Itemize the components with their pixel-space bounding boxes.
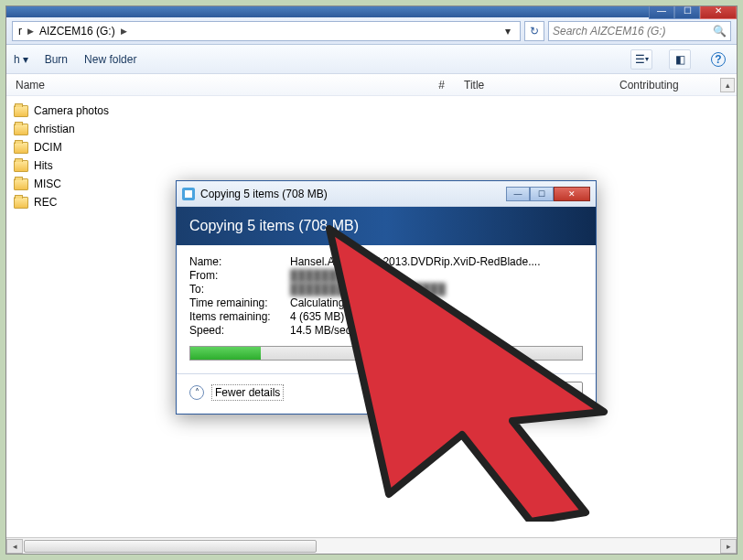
label-from: From: xyxy=(189,269,290,282)
list-item[interactable]: DCIM xyxy=(14,138,729,156)
app-icon xyxy=(182,188,195,200)
folder-name: MISC xyxy=(34,178,61,190)
scroll-up-button[interactable]: ▴ xyxy=(720,78,735,92)
cancel-label: Cancel xyxy=(530,385,568,399)
burn-label: Burn xyxy=(45,53,68,66)
label-time-remaining: Time remaining: xyxy=(189,296,290,309)
dialog-header-text: Copying 5 items (708 MB) xyxy=(189,218,359,234)
minimize-button[interactable]: — xyxy=(649,5,674,19)
dialog-titlebar[interactable]: Copying 5 items (708 MB) — ☐ ✕ xyxy=(177,181,596,207)
folder-icon xyxy=(14,178,28,190)
folder-icon xyxy=(14,142,28,154)
preview-pane-button[interactable]: ◧ xyxy=(669,49,691,70)
window-titlebar[interactable]: — ☐ ✕ xyxy=(6,6,737,17)
organize-label: h xyxy=(14,53,20,66)
help-button[interactable]: ? xyxy=(707,49,729,70)
folder-icon xyxy=(14,124,28,135)
breadcrumb-dropdown-icon[interactable]: ▾ xyxy=(501,25,514,38)
help-icon: ? xyxy=(711,52,726,67)
new-folder-button[interactable]: New folder xyxy=(84,53,136,66)
explorer-window: — ☐ ✕ r ▶ AIZCEM16 (G:) ▶ ▾ ↻ Search AIZ… xyxy=(5,5,738,555)
command-bar: h ▾ Burn New folder ☰▾ ◧ ? xyxy=(6,45,737,74)
search-icon: 🔍 xyxy=(713,25,727,38)
list-item[interactable]: Hits xyxy=(14,156,729,175)
fewer-details-link[interactable]: Fewer details xyxy=(211,384,284,401)
value-time-remaining: Calculating... xyxy=(290,296,583,309)
new-folder-label: New folder xyxy=(84,53,136,66)
folder-name: Camera photos xyxy=(34,104,109,117)
dialog-footer: ˄ Fewer details Cancel xyxy=(177,373,596,414)
list-item[interactable]: Camera photos xyxy=(14,102,729,120)
cancel-button[interactable]: Cancel xyxy=(514,382,584,403)
folder-icon xyxy=(14,197,28,209)
dialog-header: Copying 5 items (708 MB) xyxy=(177,207,596,245)
column-number[interactable]: # xyxy=(281,79,455,92)
value-speed: 14.5 MB/second xyxy=(290,324,583,337)
view-icon: ☰ xyxy=(635,53,645,66)
horizontal-scrollbar[interactable]: ◂ ▸ xyxy=(6,537,737,554)
close-button[interactable]: ✕ xyxy=(700,5,737,19)
organize-menu[interactable]: h ▾ xyxy=(14,53,28,66)
label-speed: Speed: xyxy=(189,324,290,337)
chevron-down-icon: ▾ xyxy=(23,53,28,66)
scroll-right-button[interactable]: ▸ xyxy=(720,539,737,554)
dialog-close-button[interactable]: ✕ xyxy=(554,187,590,201)
scroll-track[interactable] xyxy=(23,539,720,554)
dialog-maximize-button[interactable]: ☐ xyxy=(530,187,554,201)
column-headers: Name # Title Contributing xyxy=(6,74,737,96)
refresh-icon: ↻ xyxy=(530,25,539,38)
label-items-remaining: Items remaining: xyxy=(189,310,290,323)
column-name[interactable]: Name xyxy=(6,79,281,92)
dialog-title-text: Copying 5 items (708 MB) xyxy=(200,188,328,200)
burn-button[interactable]: Burn xyxy=(45,53,68,66)
chevron-down-icon: ▾ xyxy=(645,55,649,63)
breadcrumb-drive[interactable]: AIZCEM16 (G:) xyxy=(39,25,115,38)
folder-name: REC xyxy=(34,196,57,209)
folder-icon xyxy=(14,105,28,117)
address-bar-row: r ▶ AIZCEM16 (G:) ▶ ▾ ↻ Search AIZCEM16 … xyxy=(6,17,737,45)
scroll-thumb[interactable] xyxy=(24,540,317,553)
maximize-button[interactable]: ☐ xyxy=(674,5,700,19)
dialog-minimize-button[interactable]: — xyxy=(506,187,530,201)
progress-fill xyxy=(190,347,261,360)
breadcrumb-root[interactable]: r xyxy=(18,25,22,38)
chevron-right-icon: ▶ xyxy=(121,27,127,36)
label-to: To: xyxy=(189,283,290,296)
scroll-left-button[interactable]: ◂ xyxy=(6,539,23,554)
view-options-button[interactable]: ☰▾ xyxy=(630,49,652,70)
refresh-button[interactable]: ↻ xyxy=(524,21,544,41)
value-from: ████████████ xyxy=(290,269,583,282)
folder-name: Hits xyxy=(34,159,53,172)
folder-name: christian xyxy=(34,123,75,135)
progress-bar xyxy=(189,346,583,361)
column-contributing[interactable]: Contributing xyxy=(610,79,737,92)
value-items-remaining: 4 (635 MB) xyxy=(290,310,583,323)
folder-icon xyxy=(14,160,28,172)
chevron-up-icon[interactable]: ˄ xyxy=(189,385,204,400)
chevron-right-icon: ▶ xyxy=(27,27,34,36)
label-name: Name: xyxy=(189,255,290,268)
breadcrumb[interactable]: r ▶ AIZCEM16 (G:) ▶ ▾ xyxy=(12,21,521,41)
value-name: Hansel.And.Gretel.2013.DVDRip.XviD-RedBl… xyxy=(290,255,583,268)
folder-name: DCIM xyxy=(34,141,62,154)
search-placeholder: Search AIZCEM16 (G:) xyxy=(553,25,666,38)
copy-dialog: Copying 5 items (708 MB) — ☐ ✕ Copying 5… xyxy=(176,180,597,415)
dialog-body: Name:Hansel.And.Gretel.2013.DVDRip.XviD-… xyxy=(177,245,596,373)
list-item[interactable]: christian xyxy=(14,120,729,138)
column-title[interactable]: Title xyxy=(455,79,610,92)
search-input[interactable]: Search AIZCEM16 (G:) 🔍 xyxy=(548,21,731,41)
pane-icon: ◧ xyxy=(675,53,685,66)
value-to: ████████████████████ xyxy=(290,283,583,296)
